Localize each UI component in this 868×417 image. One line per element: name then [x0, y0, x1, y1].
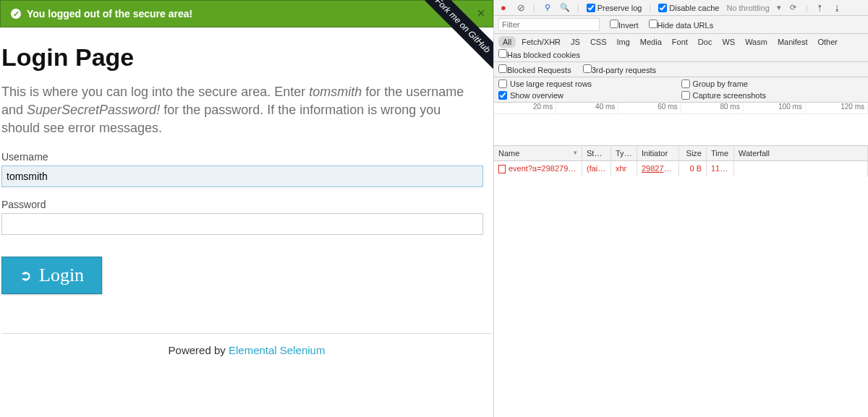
search-icon[interactable]: 🔍: [560, 3, 570, 12]
type-manifest[interactable]: Manifest: [773, 36, 812, 48]
password-input[interactable]: [1, 213, 483, 235]
signin-icon: ➲: [20, 267, 32, 284]
network-row[interactable]: event?a=2982799967… (faile… xhr 29827996…: [494, 161, 868, 176]
flash-success: ✓ You logged out of the secure area! ×: [0, 0, 493, 27]
type-js[interactable]: JS: [566, 36, 584, 48]
chevron-down-icon[interactable]: ▾: [777, 3, 781, 12]
blocked-requests-toggle[interactable]: Blocked Requests: [498, 64, 571, 74]
col-name[interactable]: Name: [494, 146, 582, 160]
wifi-icon[interactable]: ⟳: [788, 3, 799, 12]
login-button-label: Login: [39, 265, 84, 286]
preserve-log-toggle[interactable]: Preserve log: [587, 4, 642, 12]
show-overview-toggle[interactable]: Show overview: [498, 91, 681, 100]
initiator-link[interactable]: 29827996…: [642, 164, 679, 173]
footer-separator: [1, 333, 492, 334]
username-label: Username: [1, 151, 492, 163]
type-ws[interactable]: WS: [718, 36, 739, 48]
type-doc[interactable]: Doc: [694, 36, 717, 48]
file-icon: [498, 165, 506, 173]
type-css[interactable]: CSS: [586, 36, 611, 48]
type-media[interactable]: Media: [636, 36, 666, 48]
col-waterfall[interactable]: Waterfall: [734, 146, 868, 160]
record-icon[interactable]: ●: [498, 2, 509, 13]
password-label: Password: [1, 199, 492, 210]
capture-screenshots-toggle[interactable]: Capture screenshots: [681, 91, 864, 100]
footer: Powered by Elemental Selenium: [0, 344, 493, 356]
network-grid-body: event?a=2982799967… (faile… xhr 29827996…: [494, 161, 868, 417]
devtools-type-filter: All Fetch/XHR JS CSS Img Media Font Doc …: [494, 34, 868, 62]
throttling-select[interactable]: No throttling: [726, 4, 769, 12]
type-other[interactable]: Other: [813, 36, 842, 48]
devtools-network-panel: ● ⊘ | ⚲ 🔍 | Preserve log | Disable cache…: [493, 0, 868, 417]
type-wasm[interactable]: Wasm: [741, 36, 772, 48]
page-title: Login Page: [1, 43, 493, 72]
clear-icon[interactable]: ⊘: [516, 2, 526, 13]
filter-input[interactable]: [498, 18, 600, 31]
third-party-toggle[interactable]: 3rd-party requests: [583, 64, 656, 74]
check-icon: ✓: [11, 9, 21, 19]
footer-link[interactable]: Elemental Selenium: [229, 344, 325, 356]
filter-icon[interactable]: ⚲: [542, 3, 553, 12]
type-img[interactable]: Img: [613, 36, 634, 48]
disable-cache-toggle[interactable]: Disable cache: [658, 4, 719, 12]
devtools-checkrow: Blocked Requests 3rd-party requests: [494, 62, 868, 77]
col-status[interactable]: Status: [582, 146, 611, 160]
page-subheader: This is where you can log into the secur…: [1, 83, 479, 138]
col-type[interactable]: Type: [611, 146, 637, 160]
col-initiator[interactable]: Initiator: [637, 146, 679, 160]
login-page: ✓ You logged out of the secure area! × F…: [0, 0, 493, 417]
large-rows-toggle[interactable]: Use large request rows: [498, 79, 681, 88]
upload-icon[interactable]: ⭱: [815, 4, 825, 12]
devtools-options: Use large request rows Show overview Gro…: [494, 77, 868, 103]
invert-toggle[interactable]: Invert: [610, 20, 639, 30]
network-grid-header: Name Status Type Initiator Size Time Wat…: [494, 146, 868, 161]
type-font[interactable]: Font: [668, 36, 692, 48]
devtools-toolbar: ● ⊘ | ⚲ 🔍 | Preserve log | Disable cache…: [494, 0, 868, 16]
flash-message: You logged out of the secure area!: [27, 8, 192, 20]
has-blocked-cookies-toggle[interactable]: Has blocked cookies: [498, 49, 580, 59]
type-all[interactable]: All: [498, 36, 516, 48]
col-size[interactable]: Size: [679, 146, 707, 160]
close-icon[interactable]: ×: [477, 5, 485, 22]
devtools-filterbar: Invert Hide data URLs: [494, 16, 868, 34]
col-time[interactable]: Time: [707, 146, 734, 160]
download-icon[interactable]: ⭳: [833, 4, 843, 12]
hide-data-urls-toggle[interactable]: Hide data URLs: [649, 20, 714, 30]
timeline-overview[interactable]: 20 ms 40 ms 60 ms 80 ms 100 ms 120 ms: [494, 103, 868, 146]
group-frame-toggle[interactable]: Group by frame: [681, 79, 864, 88]
username-input[interactable]: [1, 165, 483, 187]
type-fetchxhr[interactable]: Fetch/XHR: [517, 36, 565, 48]
login-button[interactable]: ➲ Login: [1, 257, 102, 294]
